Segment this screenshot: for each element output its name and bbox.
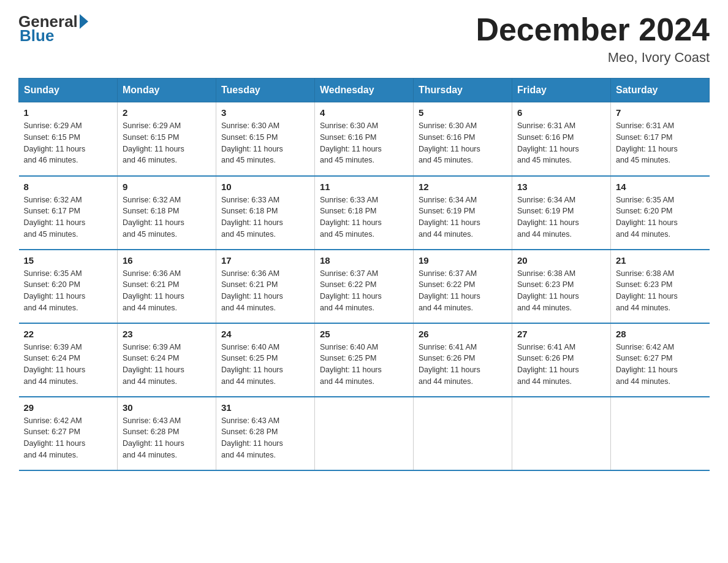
day-of-week-header: Friday — [512, 79, 611, 102]
logo: General Blue — [18, 12, 88, 45]
day-of-week-header: Sunday — [19, 79, 118, 102]
calendar-day-cell: 27Sunrise: 6:41 AM Sunset: 6:26 PM Dayli… — [512, 323, 611, 397]
calendar-day-cell: 29Sunrise: 6:42 AM Sunset: 6:27 PM Dayli… — [19, 397, 118, 470]
day-info: Sunrise: 6:43 AM Sunset: 6:28 PM Dayligh… — [123, 415, 211, 461]
calendar-day-cell: 2Sunrise: 6:29 AM Sunset: 6:15 PM Daylig… — [118, 102, 216, 176]
day-number: 18 — [320, 255, 408, 266]
page-header: General Blue December 2024 Meo, Ivory Co… — [18, 12, 710, 66]
calendar-day-cell: 9Sunrise: 6:32 AM Sunset: 6:18 PM Daylig… — [118, 176, 216, 250]
title-area: December 2024 Meo, Ivory Coast — [476, 12, 710, 66]
day-number: 17 — [221, 255, 309, 266]
day-info: Sunrise: 6:30 AM Sunset: 6:16 PM Dayligh… — [320, 120, 408, 166]
calendar-day-cell: 21Sunrise: 6:38 AM Sunset: 6:23 PM Dayli… — [611, 250, 710, 323]
calendar-day-cell: 13Sunrise: 6:34 AM Sunset: 6:19 PM Dayli… — [512, 176, 611, 250]
day-of-week-header: Thursday — [414, 79, 512, 102]
day-info: Sunrise: 6:29 AM Sunset: 6:15 PM Dayligh… — [24, 120, 113, 166]
calendar-day-cell: 31Sunrise: 6:43 AM Sunset: 6:28 PM Dayli… — [216, 397, 315, 470]
day-of-week-header: Tuesday — [216, 79, 315, 102]
day-info: Sunrise: 6:40 AM Sunset: 6:25 PM Dayligh… — [320, 342, 408, 388]
location: Meo, Ivory Coast — [476, 50, 710, 66]
day-info: Sunrise: 6:36 AM Sunset: 6:21 PM Dayligh… — [123, 268, 211, 314]
calendar-day-cell: 22Sunrise: 6:39 AM Sunset: 6:24 PM Dayli… — [19, 323, 118, 397]
calendar-day-cell: 16Sunrise: 6:36 AM Sunset: 6:21 PM Dayli… — [118, 250, 216, 323]
day-info: Sunrise: 6:37 AM Sunset: 6:22 PM Dayligh… — [320, 268, 408, 314]
day-number: 30 — [123, 402, 211, 413]
calendar-day-cell: 28Sunrise: 6:42 AM Sunset: 6:27 PM Dayli… — [611, 323, 710, 397]
day-number: 21 — [616, 255, 705, 266]
day-number: 19 — [419, 255, 507, 266]
day-number: 5 — [419, 107, 507, 118]
day-info: Sunrise: 6:35 AM Sunset: 6:20 PM Dayligh… — [616, 194, 705, 240]
day-number: 16 — [123, 255, 211, 266]
calendar-day-cell: 3Sunrise: 6:30 AM Sunset: 6:15 PM Daylig… — [216, 102, 315, 176]
day-number: 25 — [320, 329, 408, 339]
calendar-day-cell: 8Sunrise: 6:32 AM Sunset: 6:17 PM Daylig… — [19, 176, 118, 250]
calendar-day-cell — [414, 397, 512, 470]
day-info: Sunrise: 6:42 AM Sunset: 6:27 PM Dayligh… — [616, 342, 705, 388]
calendar-day-cell: 11Sunrise: 6:33 AM Sunset: 6:18 PM Dayli… — [315, 176, 414, 250]
day-number: 6 — [517, 107, 605, 118]
day-info: Sunrise: 6:37 AM Sunset: 6:22 PM Dayligh… — [419, 268, 507, 314]
calendar-day-cell — [512, 397, 611, 470]
logo-blue-text: Blue — [20, 26, 54, 45]
calendar-header-row: SundayMondayTuesdayWednesdayThursdayFrid… — [19, 79, 710, 102]
month-title: December 2024 — [476, 12, 710, 47]
day-number: 26 — [419, 329, 507, 339]
day-info: Sunrise: 6:41 AM Sunset: 6:26 PM Dayligh… — [517, 342, 605, 388]
calendar-day-cell: 15Sunrise: 6:35 AM Sunset: 6:20 PM Dayli… — [19, 250, 118, 323]
calendar-day-cell: 20Sunrise: 6:38 AM Sunset: 6:23 PM Dayli… — [512, 250, 611, 323]
calendar-week-row: 29Sunrise: 6:42 AM Sunset: 6:27 PM Dayli… — [19, 397, 710, 470]
day-info: Sunrise: 6:33 AM Sunset: 6:18 PM Dayligh… — [320, 194, 408, 240]
calendar-day-cell: 19Sunrise: 6:37 AM Sunset: 6:22 PM Dayli… — [414, 250, 512, 323]
day-number: 12 — [419, 182, 507, 192]
calendar-week-row: 15Sunrise: 6:35 AM Sunset: 6:20 PM Dayli… — [19, 250, 710, 323]
day-number: 14 — [616, 182, 705, 192]
calendar-week-row: 1Sunrise: 6:29 AM Sunset: 6:15 PM Daylig… — [19, 102, 710, 176]
day-number: 29 — [24, 402, 113, 413]
day-info: Sunrise: 6:29 AM Sunset: 6:15 PM Dayligh… — [123, 120, 211, 166]
day-info: Sunrise: 6:41 AM Sunset: 6:26 PM Dayligh… — [419, 342, 507, 388]
calendar-week-row: 8Sunrise: 6:32 AM Sunset: 6:17 PM Daylig… — [19, 176, 710, 250]
day-number: 13 — [517, 182, 605, 192]
day-number: 20 — [517, 255, 605, 266]
day-info: Sunrise: 6:36 AM Sunset: 6:21 PM Dayligh… — [221, 268, 309, 314]
day-number: 24 — [221, 329, 309, 339]
day-number: 15 — [24, 255, 113, 266]
day-info: Sunrise: 6:31 AM Sunset: 6:17 PM Dayligh… — [616, 120, 705, 166]
day-info: Sunrise: 6:40 AM Sunset: 6:25 PM Dayligh… — [221, 342, 309, 388]
day-number: 1 — [24, 107, 113, 118]
calendar-day-cell: 18Sunrise: 6:37 AM Sunset: 6:22 PM Dayli… — [315, 250, 414, 323]
calendar-table: SundayMondayTuesdayWednesdayThursdayFrid… — [18, 78, 710, 471]
day-number: 23 — [123, 329, 211, 339]
day-number: 2 — [123, 107, 211, 118]
day-number: 31 — [221, 402, 309, 413]
calendar-day-cell: 25Sunrise: 6:40 AM Sunset: 6:25 PM Dayli… — [315, 323, 414, 397]
day-info: Sunrise: 6:30 AM Sunset: 6:16 PM Dayligh… — [419, 120, 507, 166]
calendar-day-cell: 6Sunrise: 6:31 AM Sunset: 6:16 PM Daylig… — [512, 102, 611, 176]
calendar-day-cell: 1Sunrise: 6:29 AM Sunset: 6:15 PM Daylig… — [19, 102, 118, 176]
calendar-day-cell: 30Sunrise: 6:43 AM Sunset: 6:28 PM Dayli… — [118, 397, 216, 470]
day-info: Sunrise: 6:32 AM Sunset: 6:18 PM Dayligh… — [123, 194, 211, 240]
logo-arrow-icon — [80, 14, 88, 29]
day-info: Sunrise: 6:39 AM Sunset: 6:24 PM Dayligh… — [24, 342, 113, 388]
day-info: Sunrise: 6:33 AM Sunset: 6:18 PM Dayligh… — [221, 194, 309, 240]
day-number: 22 — [24, 329, 113, 339]
day-number: 27 — [517, 329, 605, 339]
day-of-week-header: Wednesday — [315, 79, 414, 102]
calendar-day-cell: 10Sunrise: 6:33 AM Sunset: 6:18 PM Dayli… — [216, 176, 315, 250]
day-number: 11 — [320, 182, 408, 192]
day-info: Sunrise: 6:32 AM Sunset: 6:17 PM Dayligh… — [24, 194, 113, 240]
day-number: 7 — [616, 107, 705, 118]
day-number: 10 — [221, 182, 309, 192]
calendar-day-cell: 26Sunrise: 6:41 AM Sunset: 6:26 PM Dayli… — [414, 323, 512, 397]
day-info: Sunrise: 6:34 AM Sunset: 6:19 PM Dayligh… — [419, 194, 507, 240]
calendar-day-cell: 24Sunrise: 6:40 AM Sunset: 6:25 PM Dayli… — [216, 323, 315, 397]
day-info: Sunrise: 6:39 AM Sunset: 6:24 PM Dayligh… — [123, 342, 211, 388]
calendar-day-cell: 7Sunrise: 6:31 AM Sunset: 6:17 PM Daylig… — [611, 102, 710, 176]
day-number: 4 — [320, 107, 408, 118]
calendar-day-cell: 5Sunrise: 6:30 AM Sunset: 6:16 PM Daylig… — [414, 102, 512, 176]
calendar-day-cell — [315, 397, 414, 470]
calendar-day-cell — [611, 397, 710, 470]
day-number: 28 — [616, 329, 705, 339]
day-info: Sunrise: 6:34 AM Sunset: 6:19 PM Dayligh… — [517, 194, 605, 240]
